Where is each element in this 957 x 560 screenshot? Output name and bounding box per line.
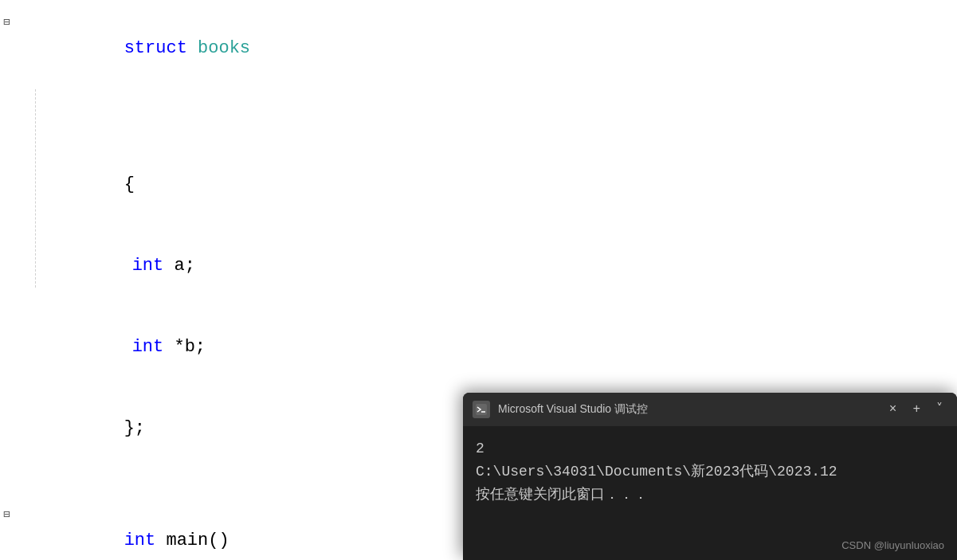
terminal-window: Microsoft Visual Studio 调试控 × + ˅ 2 C:\U… bbox=[463, 393, 957, 560]
terminal-app-icon bbox=[473, 401, 490, 418]
csdn-watermark: CSDN @liuyunluoxiao bbox=[841, 538, 944, 554]
keyword-int-a: int bbox=[132, 256, 164, 276]
collapse-icon-struct[interactable]: ⊟ bbox=[3, 14, 10, 32]
var-a: a; bbox=[163, 256, 195, 276]
code-content: int main() bbox=[24, 500, 229, 560]
line-struct-books: ⊟ struct books bbox=[0, 8, 957, 89]
open-brace: { bbox=[124, 174, 135, 194]
type-books: books bbox=[198, 38, 250, 58]
terminal-close-button[interactable]: × bbox=[884, 398, 902, 421]
code-content: int *b; bbox=[48, 307, 206, 388]
code-content: { bbox=[24, 89, 135, 225]
terminal-button-group: × + ˅ bbox=[884, 398, 947, 421]
line-open-brace-struct: { bbox=[0, 89, 957, 225]
close-brace-semi: }; bbox=[124, 418, 145, 438]
line-int-b: int *b; bbox=[0, 307, 957, 388]
code-content: }; bbox=[24, 388, 145, 469]
terminal-output-3: 按任意键关闭此窗口．．． bbox=[476, 484, 944, 507]
terminal-title-text: Microsoft Visual Studio 调试控 bbox=[498, 401, 877, 418]
terminal-add-button[interactable]: + bbox=[908, 398, 925, 421]
code-editor: ⊟ struct books { int a; int *b; bbox=[0, 0, 957, 560]
terminal-output-2: C:\Users\34031\Documents\新2023代码\2023.12 bbox=[476, 460, 944, 484]
code-content: int a; bbox=[48, 225, 195, 307]
terminal-dropdown-button[interactable]: ˅ bbox=[932, 398, 947, 421]
var-b: *b; bbox=[163, 337, 206, 357]
code-content: struct books bbox=[24, 8, 250, 89]
line-int-a: int a; bbox=[0, 225, 957, 307]
collapse-icon-main[interactable]: ⊟ bbox=[3, 507, 10, 524]
keyword-struct: struct bbox=[124, 38, 198, 58]
keyword-int-b: int bbox=[132, 337, 164, 357]
terminal-titlebar: Microsoft Visual Studio 调试控 × + ˅ bbox=[463, 393, 957, 426]
keyword-int-main: int bbox=[124, 531, 156, 550]
watermark-text: CSDN @liuyunluoxiao bbox=[841, 539, 944, 551]
main-signature: main() bbox=[155, 531, 229, 550]
terminal-body: 2 C:\Users\34031\Documents\新2023代码\2023.… bbox=[463, 426, 957, 517]
terminal-output-1: 2 bbox=[476, 437, 944, 460]
